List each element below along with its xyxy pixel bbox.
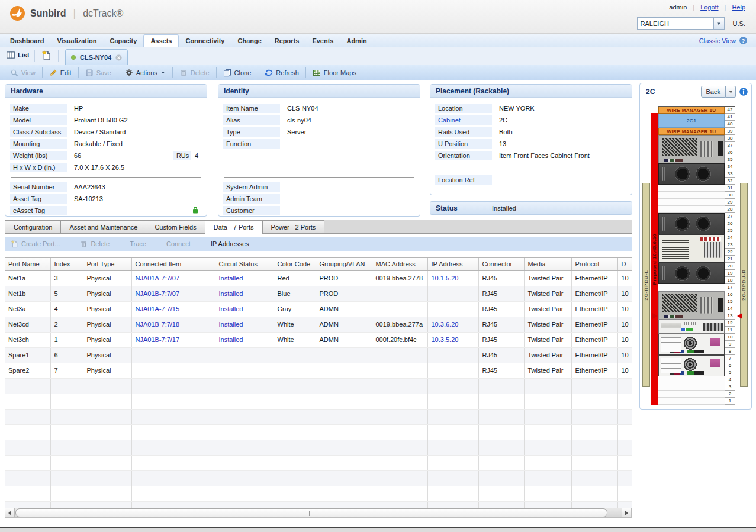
tab-custom-fields[interactable]: Custom Fields (146, 220, 205, 233)
rack-device-u24[interactable] (658, 234, 725, 263)
nav-tab-change[interactable]: Change (231, 35, 268, 47)
tab-configuration[interactable]: Configuration (5, 220, 61, 233)
clone-button[interactable]: Clone (218, 66, 257, 79)
nav-tab-connectivity[interactable]: Connectivity (179, 35, 231, 47)
col-header-grouping-vlan[interactable]: Grouping/VLAN (316, 258, 372, 270)
right-pdu-bar[interactable]: 2C-RPDU-R (740, 183, 748, 387)
classic-view-link[interactable]: Classic View (699, 37, 736, 44)
back-button[interactable]: Back (701, 86, 726, 98)
rack-elevation: WIRE MANAGER 1U2C1WIRE MANAGER 1U 424140… (658, 106, 735, 405)
refresh-button[interactable]: Refresh (259, 66, 304, 79)
tab-power-2-ports[interactable]: Power - 2 Ports (262, 220, 325, 233)
back-dropdown-button[interactable] (726, 86, 736, 98)
rack-device-u7[interactable] (658, 355, 725, 376)
chevron-down-icon[interactable] (713, 18, 724, 29)
u-number-40: 40 (725, 121, 735, 128)
close-icon[interactable] (115, 54, 123, 62)
help-question-icon[interactable]: ? (739, 36, 748, 45)
table-row[interactable]: Spare16PhysicalRJ45Twisted PairEthernet/… (5, 347, 632, 363)
actions-button[interactable]: Actions (120, 66, 171, 79)
connect-button[interactable]: Connect (166, 240, 191, 247)
rack-device-wire-manager-1u-u42[interactable]: WIRE MANAGER 1U (658, 107, 725, 114)
u-number-39: 39 (725, 128, 735, 135)
col-header-mac-address[interactable]: MAC Address (372, 258, 427, 270)
scroll-right-button[interactable] (622, 508, 631, 517)
cell-connected-item[interactable]: NJA01B-7:7/17 (131, 332, 215, 347)
rack-device-u38[interactable] (658, 135, 725, 163)
rack-device-2c1-u41[interactable]: 2C1 (658, 114, 725, 128)
nav-tab-admin[interactable]: Admin (340, 35, 373, 47)
nav-tab-visualization[interactable]: Visualization (50, 35, 103, 47)
floor-maps-button[interactable]: Floor Maps (307, 66, 362, 79)
nav-tab-capacity[interactable]: Capacity (104, 35, 144, 47)
rack-device-u12[interactable] (658, 320, 725, 334)
nav-tab-reports[interactable]: Reports (268, 35, 306, 47)
field-label: Orientation (435, 151, 492, 160)
rack-device-wire-manager-1u-u39[interactable]: WIRE MANAGER 1U (658, 128, 725, 135)
delete-button[interactable]: Delete (174, 66, 215, 79)
save-button[interactable]: Save (80, 66, 117, 79)
tab-asset-and-maintenance[interactable]: Asset and Maintenance (60, 220, 146, 233)
ip-addresses-button[interactable]: IP Addresses (211, 240, 249, 247)
col-header-media[interactable]: Media (524, 258, 571, 270)
cabinet-title: 2C (646, 88, 655, 96)
u-number-30: 30 (725, 192, 735, 199)
cell-ip[interactable]: 10.3.5.20 (427, 332, 478, 347)
rack-device-u20[interactable] (658, 263, 725, 284)
scroll-left-button[interactable] (5, 508, 15, 517)
horizontal-scrollbar[interactable] (5, 508, 632, 518)
table-row[interactable]: Net3cd2PhysicalNJA01B-7:7/18InstalledWhi… (5, 317, 632, 332)
edit-button[interactable]: Edit (44, 66, 77, 79)
col-header-ip-address[interactable]: IP Address (427, 258, 478, 270)
cabinet-link[interactable]: Cabinet (435, 115, 492, 125)
logoff-link[interactable]: Logoff (700, 4, 718, 11)
rack-device-u16[interactable] (658, 291, 725, 320)
field-label: Asset Tag (10, 194, 67, 204)
col-header-color-code[interactable]: Color Code (274, 258, 316, 270)
table-row[interactable]: Net3a4PhysicalNJA01A-7:7/15InstalledGray… (5, 301, 632, 317)
rack-device-u10[interactable] (658, 334, 725, 355)
col-header-circuit-status[interactable]: Circuit Status (215, 258, 274, 270)
view-button[interactable]: View (5, 66, 41, 79)
cell-connected-item[interactable]: NJA01B-7:7/07 (131, 286, 215, 301)
table-row[interactable]: Spare27PhysicalRJ45Twisted PairEthernet/… (5, 363, 632, 378)
rack-device-u34[interactable] (658, 163, 725, 185)
left-pdu-bar[interactable]: 2C-RPDU-L (642, 183, 650, 387)
cell-connected-item[interactable]: NJA01A-7:7/15 (131, 301, 215, 317)
table-row[interactable]: Net1a3PhysicalNJA01A-7:7/07InstalledRedP… (5, 270, 632, 286)
trace-button[interactable]: Trace (130, 240, 146, 247)
col-header-protocol[interactable]: Protocol (571, 258, 617, 270)
nav-tab-assets[interactable]: Assets (143, 34, 179, 47)
nav-tab-events[interactable]: Events (305, 35, 340, 47)
col-header-port-name[interactable]: Port Name (5, 258, 50, 270)
proposed-item-bar[interactable]: Proposed 10.45.0.30 (651, 113, 658, 405)
rack-device-u27[interactable] (658, 213, 725, 234)
table-row[interactable]: Net3ch1PhysicalNJA01B-7:7/17InstalledWhi… (5, 332, 632, 347)
scrollbar-thumb[interactable] (15, 508, 607, 517)
delete-button[interactable]: Delete (80, 240, 110, 248)
u-number-17: 17 (725, 284, 735, 291)
col-header-index[interactable]: Index (50, 258, 83, 270)
col-header-connector[interactable]: Connector (478, 258, 524, 270)
col-header-connected-item[interactable]: Connected Item (131, 258, 215, 270)
new-item-button[interactable] (41, 50, 52, 61)
nav-tab-dashboard[interactable]: Dashboard (4, 35, 50, 47)
create-port-button[interactable]: Create Port... (11, 240, 60, 248)
list-view-button[interactable]: List (6, 50, 30, 60)
location-select[interactable]: RALEIGH (637, 17, 725, 30)
cell-connected-item[interactable]: NJA01A-7:7/07 (131, 270, 215, 286)
info-icon[interactable] (739, 87, 748, 96)
table-row[interactable]: Net1b5PhysicalNJA01B-7:7/07InstalledBlue… (5, 286, 632, 301)
cell-connected-item[interactable]: NJA01B-7:7/18 (131, 317, 215, 332)
product-name: dcTrack® (83, 8, 123, 19)
tab-cls-ny04[interactable]: CLS-NY04 (65, 49, 128, 65)
help-link[interactable]: Help (732, 4, 745, 11)
col-header-d[interactable]: D (617, 258, 632, 270)
cell-ip[interactable]: 10.1.5.20 (427, 270, 478, 286)
user-links: admin | Logoff | Help (669, 4, 745, 11)
col-header-port-type[interactable]: Port Type (83, 258, 131, 270)
field-label: Customer (223, 206, 280, 215)
tab-data-7-ports[interactable]: Data - 7 Ports (205, 220, 263, 234)
u-number-35: 35 (725, 156, 735, 163)
cell-ip[interactable]: 10.3.6.20 (427, 317, 478, 332)
